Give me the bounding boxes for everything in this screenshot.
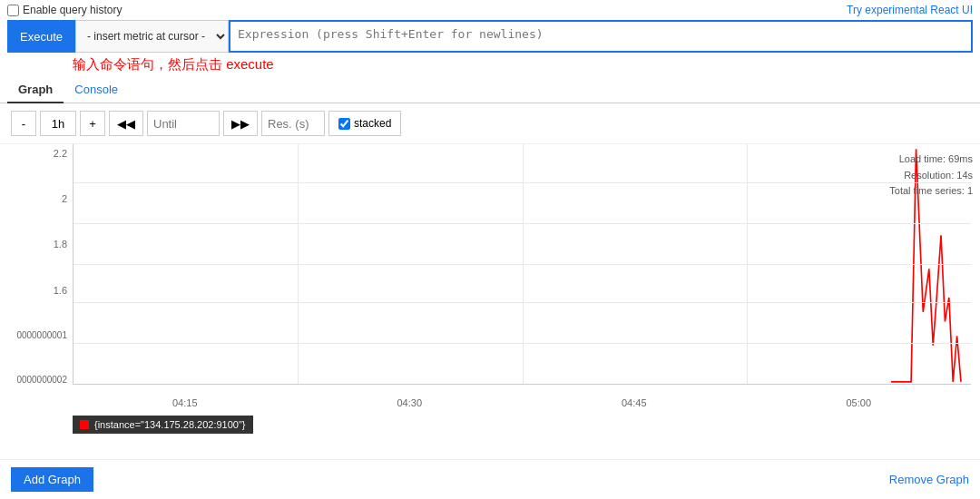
query-row: Execute - insert metric at cursor - [0, 20, 980, 56]
enable-query-history-text: Enable query history [23, 4, 122, 16]
y-axis: 2.2 2 1.8 1.6 0000000001 0000000002 [0, 144, 73, 385]
grid-line-h3 [74, 264, 971, 265]
x-labels: 04:15 04:30 04:45 05:00 [73, 394, 971, 412]
y-label-6: 0000000002 [16, 375, 67, 385]
time-back-button[interactable]: ◀◀ [109, 111, 143, 136]
info-panel: Load time: 69ms Resolution: 14s Total ti… [889, 152, 973, 200]
y-label-2: 2 [62, 193, 67, 204]
grid-line-h2 [74, 223, 971, 224]
y-label-3: 1.8 [54, 239, 67, 250]
legend: {instance="134.175.28.202:9100"} [73, 416, 253, 434]
add-graph-button[interactable]: Add Graph [11, 467, 93, 492]
grid-lines [74, 144, 971, 384]
stacked-button[interactable]: stacked [328, 111, 401, 136]
y-label-1: 2.2 [54, 148, 67, 159]
res-input[interactable] [261, 111, 325, 136]
remove-graph-link[interactable]: Remove Graph [889, 473, 969, 486]
time-forward-button[interactable]: ▶▶ [223, 111, 258, 136]
graph-controls: - + ◀◀ ▶▶ stacked [0, 103, 980, 144]
stacked-label: stacked [354, 117, 391, 130]
enable-query-history-checkbox[interactable] [7, 5, 19, 16]
y-label-4: 1.6 [54, 285, 67, 296]
tab-graph[interactable]: Graph [7, 77, 64, 103]
resolution: Resolution: 14s [889, 168, 973, 184]
execute-button[interactable]: Execute [7, 20, 75, 53]
tab-console[interactable]: Console [64, 77, 129, 103]
hint-text: 输入命令语句，然后点击 execute [0, 56, 980, 77]
chart-area [73, 144, 971, 385]
graph-area: 2.2 2 1.8 1.6 0000000001 0000000002 [0, 144, 980, 412]
grid-line-h4 [74, 302, 971, 303]
time-plus-button[interactable]: + [80, 111, 105, 136]
x-label-3: 04:45 [622, 397, 647, 408]
load-time: Load time: 69ms [889, 152, 973, 168]
x-label-1: 04:15 [172, 397, 198, 408]
tabs: Graph Console [0, 77, 980, 103]
enable-query-history-label[interactable]: Enable query history [7, 4, 122, 16]
until-input[interactable] [147, 111, 220, 136]
time-minus-button[interactable]: - [11, 111, 36, 136]
metric-select[interactable]: - insert metric at cursor - [75, 20, 229, 53]
top-bar: Enable query history Try experimental Re… [0, 0, 980, 20]
time-range-input[interactable] [40, 111, 76, 136]
grid-line-h5 [74, 343, 971, 344]
y-label-5: 0000000001 [16, 330, 67, 340]
legend-label: {instance="134.175.28.202:9100"} [94, 419, 246, 430]
experimental-react-link[interactable]: Try experimental React UI [847, 4, 973, 16]
stacked-checkbox[interactable] [338, 118, 350, 130]
x-label-2: 04:30 [397, 397, 422, 408]
total-series: Total time series: 1 [889, 183, 973, 200]
x-label-4: 05:00 [846, 397, 871, 408]
legend-color-swatch [80, 420, 89, 429]
expression-input[interactable] [229, 20, 973, 53]
grid-line-h1 [74, 182, 971, 183]
bottom-bar: Add Graph Remove Graph [0, 459, 980, 499]
